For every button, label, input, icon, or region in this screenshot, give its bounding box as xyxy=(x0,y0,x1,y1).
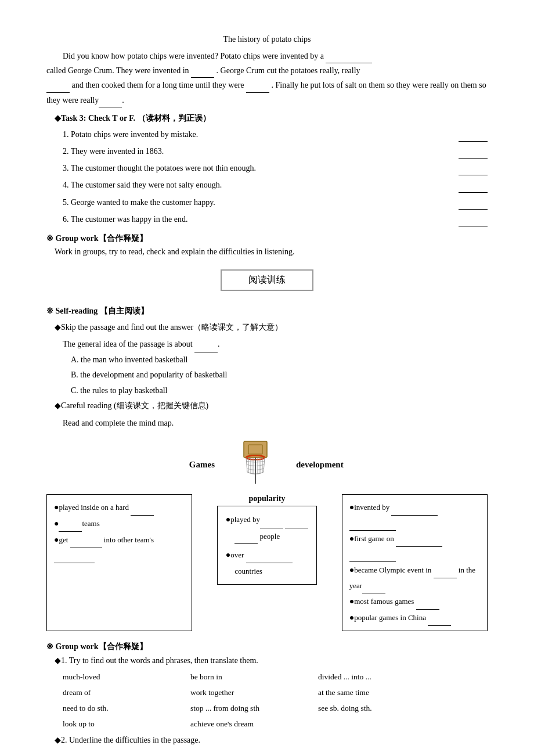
tf-answer-6[interactable] xyxy=(459,217,488,226)
word-4-2: achieve one's dream xyxy=(190,716,318,732)
group-work-1-text: Work in groups, try to read, check and e… xyxy=(55,247,488,257)
left-item-2: ●teams xyxy=(54,516,185,532)
word-1-1: much-loved xyxy=(63,669,190,685)
word-1-2: be born in xyxy=(190,669,318,685)
left-item-3: ●get into other team's xyxy=(54,532,185,563)
label-development: development xyxy=(296,460,366,470)
mind-map-center-area: popularity ●played by people ●over count… xyxy=(201,494,332,631)
para1-period: . xyxy=(122,96,124,105)
skip-label: ◆Skip the passage and find out the answe… xyxy=(55,320,488,334)
words-row-1: much-loved be born in divided ... into .… xyxy=(63,669,488,685)
self-reading-section: ※ Self-reading 【自主阅读】 ◆Skip the passage … xyxy=(46,306,488,431)
task3-list: 1. Potato chips were invented by mistake… xyxy=(63,127,488,226)
right-item-2b xyxy=(349,547,480,562)
group-work-2-header: ※ Group work【合作释疑】 xyxy=(46,642,488,652)
option-c: C. the rules to play basketball xyxy=(71,383,488,399)
tf-text-6: 6. The customer was happy in the end. xyxy=(63,212,188,226)
tf-item-4: 4. The customer said they were not salty… xyxy=(63,178,488,192)
tf-text-4: 4. The customer said they were not salty… xyxy=(63,178,222,192)
mind-map-left-box: ●played inside on a hard ●teams ●get int… xyxy=(46,494,192,631)
general-idea-text: The general idea of the passage is about xyxy=(63,340,193,348)
task3-header: ◆Task 3: Check T or F. （读材料，判正误） xyxy=(55,113,488,124)
group-work-2-section: ※ Group work【合作释疑】 ◆1. Try to find out t… xyxy=(46,642,488,745)
word-2-1: dream of xyxy=(63,685,190,700)
para1-text5: . Finally he put lots of salt on them so… xyxy=(272,81,449,89)
words-table: much-loved be born in divided ... into .… xyxy=(63,669,488,732)
word-3-2: stop ... from doing sth xyxy=(190,700,318,716)
word-2-2: work together xyxy=(190,685,318,700)
tf-answer-2[interactable] xyxy=(459,149,488,159)
find-words-label: ◆1. Try to find out the words and phrase… xyxy=(55,656,488,665)
mind-map-area: Games xyxy=(46,440,488,631)
tf-text-2: 2. They were invented in 1863. xyxy=(63,144,164,159)
tf-item-2: 2. They were invented in 1863. xyxy=(63,144,488,159)
blank-4[interactable] xyxy=(246,84,269,93)
right-item-4: ●most famous games xyxy=(349,593,480,610)
center-item-1: ●played by people xyxy=(226,511,309,544)
blank-3[interactable] xyxy=(46,84,70,93)
para1-text4: and then cooked them for a long time unt… xyxy=(72,81,244,89)
words-row-2: dream of work together at the same time xyxy=(63,685,488,700)
word-1-3: divided ... into ... xyxy=(318,669,446,685)
tf-item-6: 6. The customer was happy in the end. xyxy=(63,212,488,226)
general-idea-line: The general idea of the passage is about… xyxy=(63,337,488,352)
reading-box: 阅读训练 xyxy=(221,269,313,291)
center-item-2: ●over countries xyxy=(226,546,309,579)
option-b: B. the development and popularity of bas… xyxy=(71,368,488,383)
mind-map-bottom: ●played inside on a hard ●teams ●get int… xyxy=(46,494,488,631)
options-list: A. the man who invented basketball B. th… xyxy=(71,352,488,399)
tf-text-3: 3. The customer thought the potatoes wer… xyxy=(63,161,256,175)
right-item-5: ●popular games in China xyxy=(349,610,480,626)
basketball-hoop-icon xyxy=(226,440,284,489)
tf-answer-5[interactable] xyxy=(459,200,488,210)
word-2-3: at the same time xyxy=(318,685,446,700)
tf-item-5: 5. George wanted to make the customer ha… xyxy=(63,195,488,210)
blank-2[interactable] xyxy=(191,69,214,78)
general-idea-blank[interactable] xyxy=(194,343,218,352)
tf-text-5: 5. George wanted to make the customer ha… xyxy=(63,195,215,210)
para1-text2: called George Crum. They were invented i… xyxy=(46,66,189,75)
right-item-3: ●became Olympic event in in the year xyxy=(349,562,480,593)
group-work-1-header: ※ Group work【合作释疑】 xyxy=(46,233,488,244)
mind-map-top: Games xyxy=(46,440,488,489)
group-work-1-section: ※ Group work【合作释疑】 Work in groups, try t… xyxy=(46,233,488,257)
word-3-3: see sb. doing sth. xyxy=(318,700,446,716)
words-row-3: need to do sth. stop ... from doing sth … xyxy=(63,700,488,716)
blank-1[interactable] xyxy=(326,54,372,63)
para1-text1: Did you know how potato chips were inven… xyxy=(63,52,324,60)
word-4-1: look up to xyxy=(63,716,190,732)
label-games: Games xyxy=(168,460,215,470)
blank-5[interactable] xyxy=(99,98,122,107)
left-item-1: ●played inside on a hard xyxy=(54,499,185,516)
para1-text3: . George Crum cut the potatoes really, r… xyxy=(217,66,360,75)
self-reading-header: ※ Self-reading 【自主阅读】 xyxy=(46,306,488,316)
tf-answer-1[interactable] xyxy=(459,132,488,142)
tf-answer-3[interactable] xyxy=(459,166,488,175)
careful-reading-label: ◆Careful reading (细读课文，把握关键信息) xyxy=(55,398,488,413)
tf-text-1: 1. Potato chips were invented by mistake… xyxy=(63,127,198,142)
right-item-1: ●invented by xyxy=(349,499,480,516)
tf-item-1: 1. Potato chips were invented by mistake… xyxy=(63,127,488,142)
page-title: The history of potato chips xyxy=(46,35,488,44)
reading-section: 阅读训练 xyxy=(46,261,488,299)
popularity-label: popularity xyxy=(248,494,285,503)
tf-answer-4[interactable] xyxy=(459,183,488,193)
word-4-3 xyxy=(318,716,446,732)
mind-map-right-box: ●invented by ●first game on ●became Olym… xyxy=(342,494,488,631)
mind-map-center-box: ●played by people ●over countries xyxy=(217,506,317,584)
paragraph-1: Did you know how potato chips were inven… xyxy=(46,49,488,107)
underline-label: ◆2. Underline the difficulties in the pa… xyxy=(55,735,488,745)
words-row-4: look up to achieve one's dream xyxy=(63,716,488,732)
right-item-2: ●first game on xyxy=(349,531,480,547)
option-a: A. the man who invented basketball xyxy=(71,352,488,368)
read-complete-text: Read and complete the mind map. xyxy=(63,416,488,431)
right-item-1b xyxy=(349,516,480,531)
tf-item-3: 3. The customer thought the potatoes wer… xyxy=(63,161,488,175)
word-3-1: need to do sth. xyxy=(63,700,190,716)
